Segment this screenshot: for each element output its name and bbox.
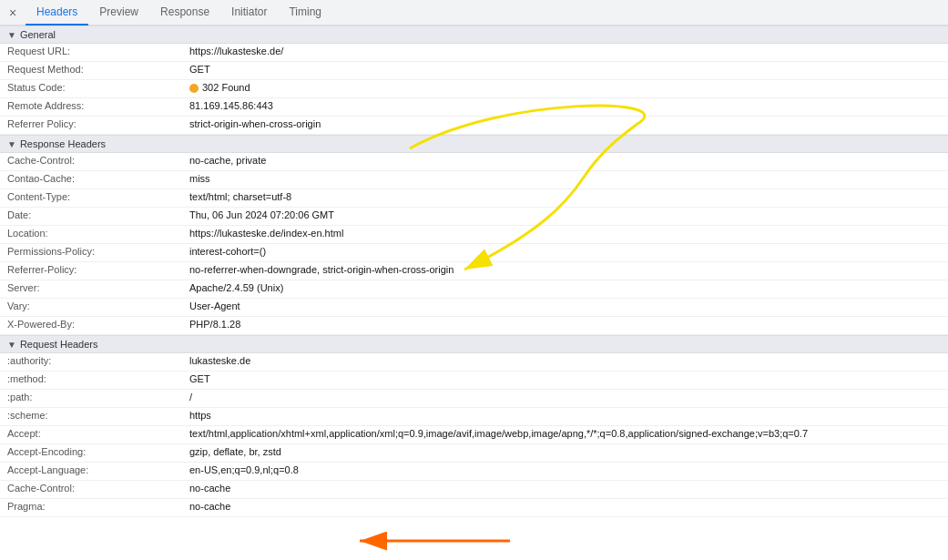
tab-preview[interactable]: Preview [88,0,149,25]
tab-timing[interactable]: Timing [278,0,332,25]
row-scheme: :scheme: https [0,408,948,426]
label-pragma: Pragma: [7,501,189,512]
label-date: Date: [7,209,189,220]
row-request-url: Request URL: https://lukasteske.de/ [0,44,948,62]
content-wrapper: ▼ General Request URL: https://lukastesk… [0,25,948,560]
value-method: GET [189,373,210,384]
value-cache-control-resp: no-cache, private [189,155,266,166]
value-accept-language: en-US,en;q=0.9,nl;q=0.8 [189,464,299,475]
section-general-header[interactable]: ▼ General [0,25,948,44]
triangle-icon-general: ▼ [7,30,16,40]
label-accept: Accept: [7,428,189,439]
section-response-title: Response Headers [20,138,106,149]
value-content-type: text/html; charset=utf-8 [189,191,291,202]
triangle-icon-response: ▼ [7,139,16,149]
tab-initiator[interactable]: Initiator [220,0,278,25]
value-permissions-policy: interest-cohort=() [189,246,266,257]
row-server: Server: Apache/2.4.59 (Unix) [0,280,948,299]
row-permissions-policy: Permissions-Policy: interest-cohort=() [0,244,948,262]
label-request-method: Request Method: [7,64,189,75]
label-cache-control-req: Cache-Control: [7,483,189,494]
tab-response[interactable]: Response [149,0,220,25]
tab-headers[interactable]: Headers [25,0,88,25]
row-cache-control-resp: Cache-Control: no-cache, private [0,153,948,171]
label-method: :method: [7,373,189,384]
row-pragma: Pragma: no-cache [0,499,948,517]
section-request-title: Request Headers [20,339,98,350]
row-method: :method: GET [0,372,948,390]
value-x-powered-by: PHP/8.1.28 [189,319,240,330]
row-date: Date: Thu, 06 Jun 2024 07:20:06 GMT [0,208,948,226]
row-remote-address: Remote Address: 81.169.145.86:443 [0,98,948,117]
value-request-url: https://lukasteske.de/ [189,46,283,56]
row-accept-language: Accept-Language: en-US,en;q=0.9,nl;q=0.8 [0,463,948,481]
label-path: :path: [7,392,189,402]
row-vary: Vary: User-Agent [0,299,948,317]
value-authority: lukasteske.de [189,355,250,366]
label-request-url: Request URL: [7,46,189,56]
label-content-type: Content-Type: [7,191,189,202]
label-status-code: Status Code: [7,82,189,93]
row-accept-encoding: Accept-Encoding: gzip, deflate, br, zstd [0,444,948,463]
value-date: Thu, 06 Jun 2024 07:20:06 GMT [189,209,334,220]
label-server: Server: [7,282,189,293]
value-vary: User-Agent [189,300,240,311]
label-accept-language: Accept-Language: [7,464,189,475]
value-scheme: https [189,410,211,421]
row-location: Location: https://lukasteske.de/index-en… [0,226,948,244]
row-request-method: Request Method: GET [0,62,948,80]
label-vary: Vary: [7,300,189,311]
value-accept-encoding: gzip, deflate, br, zstd [189,446,281,457]
row-authority: :authority: lukasteske.de [0,353,948,372]
label-remote-address: Remote Address: [7,100,189,111]
close-button[interactable]: × [4,4,22,22]
row-cache-control-req: Cache-Control: no-cache [0,481,948,499]
value-server: Apache/2.4.59 (Unix) [189,282,283,293]
row-referrer-policy-general: Referrer Policy: strict-origin-when-cros… [0,117,948,135]
section-response-headers-header[interactable]: ▼ Response Headers [0,135,948,153]
triangle-icon-request: ▼ [7,340,16,350]
status-dot-icon [189,84,199,93]
tab-bar: × Headers Preview Response Initiator Tim… [0,0,948,25]
row-path: :path: / [0,390,948,408]
label-x-powered-by: X-Powered-By: [7,319,189,330]
value-cache-control-req: no-cache [189,483,230,494]
label-cache-control-resp: Cache-Control: [7,155,189,166]
section-request-headers-header[interactable]: ▼ Request Headers [0,335,948,353]
row-accept: Accept: text/html,application/xhtml+xml,… [0,426,948,444]
value-accept: text/html,application/xhtml+xml,applicat… [189,428,808,439]
main-content: ▼ General Request URL: https://lukastesk… [0,25,948,560]
value-referrer-policy-resp: no-referrer-when-downgrade, strict-origi… [189,264,454,275]
value-location: https://lukasteske.de/index-en.html [189,228,343,239]
row-referrer-policy-resp: Referrer-Policy: no-referrer-when-downgr… [0,262,948,280]
label-referrer-policy-general: Referrer Policy: [7,118,189,129]
value-request-method: GET [189,64,210,75]
value-contao-cache: miss [189,173,210,184]
row-x-powered-by: X-Powered-By: PHP/8.1.28 [0,317,948,335]
row-status-code: Status Code: 302 Found [0,80,948,98]
value-referrer-policy-general: strict-origin-when-cross-origin [189,118,321,129]
label-location: Location: [7,228,189,239]
value-remote-address: 81.169.145.86:443 [189,100,273,111]
value-pragma: no-cache [189,501,230,512]
value-path: / [189,392,192,402]
label-accept-encoding: Accept-Encoding: [7,446,189,457]
label-contao-cache: Contao-Cache: [7,173,189,184]
section-general-title: General [20,29,56,40]
row-contao-cache: Contao-Cache: miss [0,171,948,189]
label-scheme: :scheme: [7,410,189,421]
value-status-code: 302 Found [189,82,250,93]
label-referrer-policy-resp: Referrer-Policy: [7,264,189,275]
label-authority: :authority: [7,355,189,366]
label-permissions-policy: Permissions-Policy: [7,246,189,257]
row-content-type: Content-Type: text/html; charset=utf-8 [0,189,948,208]
